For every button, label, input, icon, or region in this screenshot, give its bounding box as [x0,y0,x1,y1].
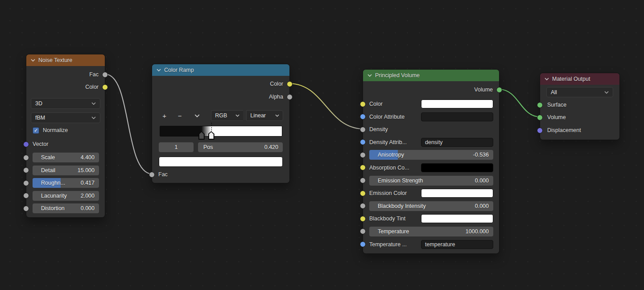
principled-volume-header[interactable]: Principled Volume [363,70,499,81]
socket-fac-output[interactable] [102,72,108,78]
blackbody-tint-swatch[interactable] [421,214,493,223]
socket-density-input[interactable] [360,127,366,133]
add-stop-button[interactable]: + [158,110,170,121]
input-row-color: Color [363,99,499,109]
socket-distortion-input[interactable] [23,206,29,211]
ramp-stop-handle-1[interactable] [208,131,215,140]
color-ramp-header[interactable]: Color Ramp [152,64,289,76]
socket-scale-input[interactable] [23,155,29,161]
socket-color-attribute-input[interactable] [360,114,366,120]
stop-index-field[interactable]: 1 [159,142,194,152]
node-color-ramp[interactable]: Color Ramp Color Alpha + − RGB Linear [152,64,290,183]
normalize-checkbox[interactable]: ✓ [33,127,39,134]
input-row-displacement: Displacement [540,126,619,135]
socket-roughness-input[interactable] [23,180,29,186]
temperature-slider[interactable]: Temperature 1000.000 [369,227,493,236]
socket-displacement-input[interactable] [537,128,543,133]
color-ramp-gradient[interactable] [160,126,282,137]
scale-label: Scale [41,154,55,161]
output-row-volume: Volume [363,85,499,94]
socket-surface-input[interactable] [537,102,543,108]
socket-emission-strength-input[interactable] [360,178,366,183]
collapse-chevron-icon[interactable] [31,59,35,62]
wire-noise-fac-to-ramp-fac[interactable] [105,74,152,174]
pos-value: 0.420 [264,144,278,150]
socket-anisotropy-input[interactable] [360,152,366,158]
socket-color-output[interactable] [102,84,108,90]
color-label: Color [369,101,383,107]
wire-ramp-color-to-volume-density[interactable] [290,83,363,129]
scale-slider[interactable]: Scale 4.400 [33,153,99,162]
socket-blackbody-intensity-input[interactable] [360,203,366,209]
node-noise-texture[interactable]: Noise Texture Fac Color 3D fBM ✓ Normali… [26,54,105,218]
socket-vector-input[interactable] [23,141,29,147]
emission-color-swatch[interactable] [421,189,493,198]
collapse-chevron-icon[interactable] [545,78,549,80]
socket-volume-output[interactable] [496,87,502,93]
density-attribute-field[interactable]: density [421,138,493,147]
socket-color-input[interactable] [360,101,366,107]
noise-texture-header[interactable]: Noise Texture [26,54,105,66]
socket-volume-input[interactable] [537,115,543,120]
dimensions-dropdown[interactable]: 3D [31,98,100,109]
color-attribute-label: Color Attribute [369,114,405,120]
blackbody-intensity-slider[interactable]: Blackbody Intensity 0.000 [369,201,493,211]
chevron-down-icon [194,114,200,117]
node-material-output[interactable]: Material Output All Surface Volume Displ… [540,73,620,140]
socket-fac-input[interactable] [149,172,155,178]
distortion-value: 0.000 [81,205,95,211]
output-row-color: Color [26,83,105,91]
material-output-header[interactable]: Material Output [540,73,619,85]
detail-slider[interactable]: Detail 15.000 [33,166,99,175]
roughness-slider[interactable]: Roughn... 0.417 [33,178,99,188]
output-row-color: Color [152,79,289,88]
input-row-surface: Surface [540,100,619,109]
socket-density-attribute-input[interactable] [360,139,366,145]
socket-blackbody-tint-input[interactable] [360,216,366,222]
socket-lacunarity-input[interactable] [23,193,29,199]
socket-detail-input[interactable] [23,167,29,173]
blackbody-tint-label: Blackbody Tint [369,215,405,222]
node-principled-volume[interactable]: Principled Volume Volume Color Color Att… [363,69,500,254]
socket-emission-color-input[interactable] [360,191,366,196]
input-label-vector: Vector [33,141,48,147]
stop-position-slider[interactable]: Pos 0.420 [198,142,283,152]
distortion-slider[interactable]: Distortion 0.000 [33,203,99,213]
socket-temperature-attribute-input[interactable] [360,241,366,247]
socket-temperature-input[interactable] [360,228,366,234]
input-row-emission-strength: Emission Strength 0.000 [363,176,499,186]
absorption-color-label: Absorption Co... [369,165,409,171]
collapse-chevron-icon[interactable] [367,74,372,77]
interpolation-dropdown[interactable]: Linear [246,110,283,121]
remove-stop-button[interactable]: − [173,110,186,121]
absorption-color-swatch[interactable] [421,163,493,172]
chevron-down-icon [91,102,96,105]
wire-volume-to-output-volume[interactable] [500,89,540,117]
density-attribute-label: Density Attrib... [369,139,407,145]
ramp-options-dropdown[interactable] [189,110,205,121]
noise-type-dropdown[interactable]: fBM [31,112,100,123]
ramp-stop-handle-0[interactable] [198,131,205,140]
input-row-blackbody-intensity: Blackbody Intensity 0.000 [363,201,499,211]
socket-alpha-output[interactable] [287,94,293,100]
color-swatch[interactable] [421,99,493,108]
roughness-value: 0.417 [81,180,95,186]
input-row-absorption-color: Absorption Co... [363,163,499,173]
stop-color-swatch[interactable] [159,157,283,167]
color-mode-dropdown[interactable]: RGB [211,110,243,121]
density-attribute-value: density [425,139,443,145]
socket-color-output[interactable] [287,81,293,87]
color-mode-value: RGB [215,112,227,119]
color-attribute-field[interactable] [421,112,493,121]
input-label-surface: Surface [547,102,566,108]
lacunarity-slider[interactable]: Lacunarity 2.000 [33,191,99,201]
output-target-value: All [551,89,557,95]
socket-absorption-color-input[interactable] [360,165,366,170]
temperature-attribute-field[interactable]: temperature [421,240,493,249]
input-row-anisotropy: Anisotropy -0.536 [363,150,499,160]
node-title: Principled Volume [375,72,420,79]
output-target-dropdown[interactable]: All [546,87,613,97]
collapse-chevron-icon[interactable] [157,69,161,71]
emission-strength-slider[interactable]: Emission Strength 0.000 [369,176,493,186]
anisotropy-slider[interactable]: Anisotropy -0.536 [369,150,493,160]
